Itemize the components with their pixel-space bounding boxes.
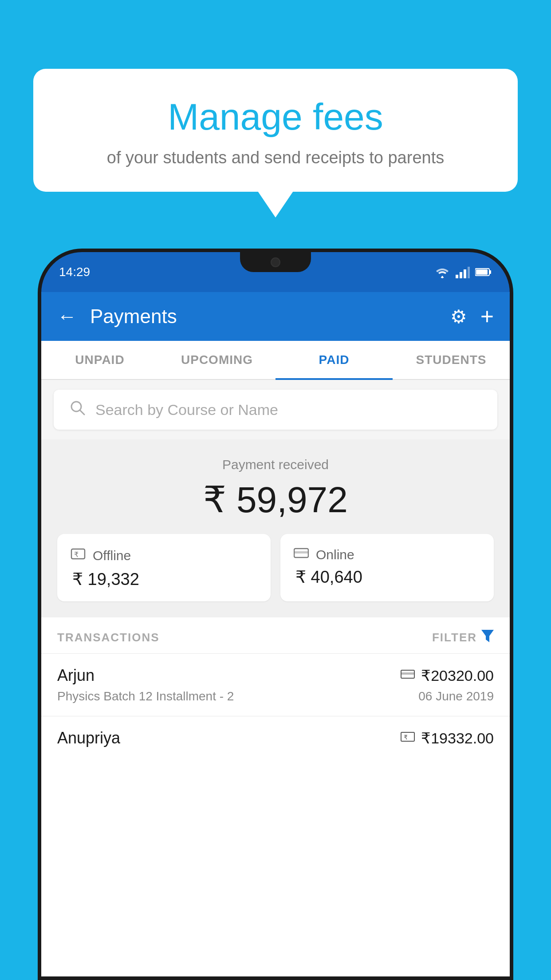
tabs-bar: UNPAID UPCOMING PAID STUDENTS [41,341,510,380]
notch-camera [271,257,280,267]
search-container: Search by Course or Name [41,380,510,439]
svg-text:₹: ₹ [404,734,408,741]
status-time: 14:29 [59,265,90,279]
settings-button[interactable]: ⚙ [450,306,467,328]
filter-label: FILTER [432,631,477,644]
offline-label: Offline [93,548,131,563]
svg-text:₹: ₹ [74,551,79,558]
card-icon-arjun [401,668,415,683]
signal-icon [456,266,470,278]
svg-rect-0 [456,275,458,278]
svg-rect-5 [489,270,491,274]
app-bar-actions: ⚙ + [450,303,494,330]
payment-received-amount: ₹ 59,972 [57,478,494,521]
filter-icon [481,630,494,645]
transactions-header: TRANSACTIONS FILTER [41,617,510,653]
status-bar: 14:29 [41,252,510,292]
bubble-pointer [257,190,294,217]
tab-students[interactable]: STUDENTS [393,341,510,379]
transaction-name-anupriya: Anupriya [57,729,120,747]
cash-icon-anupriya: ₹ [401,731,415,746]
battery-icon [475,267,492,277]
tab-paid[interactable]: PAID [276,341,393,379]
volume-down-button [38,425,41,461]
transaction-bottom-arjun: Physics Batch 12 Installment - 2 06 June… [57,689,494,703]
online-label: Online [316,547,354,562]
transaction-top-arjun: Arjun ₹20320.00 [57,666,494,685]
tab-upcoming[interactable]: UPCOMING [158,341,276,379]
volume-up-button [38,376,41,412]
transaction-amount-arjun: ₹20320.00 [401,667,494,684]
transaction-amount-value-anupriya: ₹19332.00 [421,729,494,747]
app-bar-title: Payments [90,305,437,328]
transaction-amount-value-arjun: ₹20320.00 [421,667,494,684]
app-bar: ← Payments ⚙ + [41,292,510,341]
wifi-icon [434,266,450,278]
transaction-row-arjun[interactable]: Arjun ₹20320.00 Physics Batch 12 Install… [41,653,510,716]
search-icon [70,400,86,420]
transaction-row-anupriya[interactable]: Anupriya ₹ ₹19332.00 [41,716,510,764]
payment-received-label: Payment received [57,457,494,472]
card-icon [294,546,309,563]
offline-amount: ₹ 19,332 [71,569,139,589]
svg-rect-1 [460,272,462,278]
transaction-name-arjun: Arjun [57,666,94,685]
svg-rect-2 [464,269,466,278]
status-icons [434,266,492,278]
transactions-label: TRANSACTIONS [57,631,160,644]
power-button [510,399,513,461]
transaction-top-anupriya: Anupriya ₹ ₹19332.00 [57,729,494,747]
svg-marker-13 [481,630,494,642]
payment-received-section: Payment received ₹ 59,972 ₹ Offline [41,439,510,617]
notch [240,252,311,272]
tab-unpaid[interactable]: UNPAID [41,341,158,379]
back-button[interactable]: ← [57,305,77,328]
add-button[interactable]: + [480,303,494,330]
search-box[interactable]: Search by Course or Name [54,390,497,430]
svg-rect-6 [476,269,488,275]
svg-rect-3 [468,267,470,278]
svg-rect-15 [401,672,414,675]
online-card: Online ₹ 40,640 [280,534,494,601]
online-card-header: Online [294,546,354,563]
transaction-date-arjun: 06 June 2019 [418,689,494,703]
bubble-subtitle: of your students and send receipts to pa… [60,148,491,167]
offline-card: ₹ Offline ₹ 19,332 [57,534,271,601]
search-placeholder-text: Search by Course or Name [95,401,278,419]
online-amount: ₹ 40,640 [294,567,362,587]
payment-cards: ₹ Offline ₹ 19,332 [57,534,494,601]
bubble-title: Manage fees [60,95,491,138]
speech-bubble: Manage fees of your students and send re… [33,69,518,192]
transaction-course-arjun: Physics Batch 12 Installment - 2 [57,689,234,703]
filter-button[interactable]: FILTER [432,630,494,645]
svg-line-8 [80,410,84,415]
transaction-amount-anupriya: ₹ ₹19332.00 [401,729,494,747]
cash-icon: ₹ [71,546,86,565]
svg-rect-16 [401,732,414,741]
screen: ← Payments ⚙ + UNPAID UPCOMING PAID STUD… [41,292,510,976]
offline-card-header: ₹ Offline [71,546,131,565]
svg-rect-12 [294,551,308,553]
phone-frame: 14:29 ← [38,249,513,980]
